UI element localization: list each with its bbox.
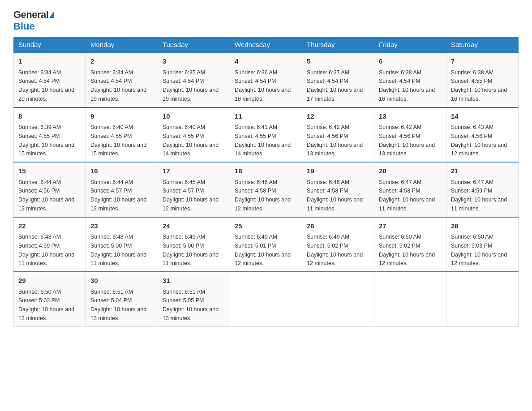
calendar-header-thursday: Thursday [302, 37, 374, 53]
day-info: Sunrise: 6:47 AMSunset: 4:59 PMDaylight:… [451, 179, 507, 212]
calendar-week-5: 29 Sunrise: 6:50 AMSunset: 5:03 PMDaylig… [14, 272, 519, 326]
day-number: 7 [451, 56, 514, 67]
calendar-cell: 28 Sunrise: 6:50 AMSunset: 5:03 PMDaylig… [446, 217, 519, 272]
day-info: Sunrise: 6:38 AMSunset: 4:55 PMDaylight:… [451, 69, 507, 102]
page-header: General Blue [13, 9, 519, 32]
calendar-cell: 26 Sunrise: 6:49 AMSunset: 5:02 PMDaylig… [302, 217, 374, 272]
day-number: 22 [18, 221, 81, 231]
calendar-cell: 14 Sunrise: 6:43 AMSunset: 4:56 PMDaylig… [446, 107, 519, 163]
day-info: Sunrise: 6:41 AMSunset: 4:55 PMDaylight:… [235, 124, 291, 157]
calendar-cell: 23 Sunrise: 6:48 AMSunset: 5:00 PMDaylig… [86, 217, 158, 272]
day-info: Sunrise: 6:43 AMSunset: 4:56 PMDaylight:… [451, 124, 507, 157]
calendar-cell: 12 Sunrise: 6:42 AMSunset: 4:56 PMDaylig… [302, 107, 374, 163]
calendar-cell: 27 Sunrise: 6:50 AMSunset: 5:02 PMDaylig… [374, 217, 446, 272]
day-number: 26 [307, 221, 369, 231]
day-info: Sunrise: 6:49 AMSunset: 5:02 PMDaylight:… [307, 234, 363, 266]
calendar-week-4: 22 Sunrise: 6:48 AMSunset: 4:59 PMDaylig… [14, 217, 519, 272]
day-number: 5 [307, 56, 369, 67]
day-number: 29 [18, 276, 81, 286]
day-info: Sunrise: 6:38 AMSunset: 4:54 PMDaylight:… [379, 69, 435, 102]
calendar-cell [230, 272, 302, 326]
day-number: 1 [18, 56, 81, 67]
calendar-header-row: SundayMondayTuesdayWednesdayThursdayFrid… [14, 37, 519, 53]
day-info: Sunrise: 6:50 AMSunset: 5:03 PMDaylight:… [451, 234, 507, 266]
day-number: 20 [379, 166, 442, 176]
day-info: Sunrise: 6:42 AMSunset: 4:56 PMDaylight:… [307, 124, 363, 157]
day-info: Sunrise: 6:42 AMSunset: 4:56 PMDaylight:… [379, 124, 435, 157]
calendar-cell: 25 Sunrise: 6:49 AMSunset: 5:01 PMDaylig… [230, 217, 302, 272]
day-info: Sunrise: 6:47 AMSunset: 4:58 PMDaylight:… [379, 179, 435, 212]
calendar-header-tuesday: Tuesday [158, 37, 230, 53]
day-number: 8 [18, 111, 81, 122]
day-number: 9 [90, 111, 153, 122]
day-info: Sunrise: 6:39 AMSunset: 4:55 PMDaylight:… [18, 124, 74, 157]
calendar-cell: 1 Sunrise: 6:34 AMSunset: 4:54 PMDayligh… [14, 52, 86, 107]
day-number: 11 [235, 111, 297, 122]
day-number: 18 [235, 166, 297, 176]
calendar-cell: 4 Sunrise: 6:36 AMSunset: 4:54 PMDayligh… [230, 52, 302, 107]
calendar-cell: 9 Sunrise: 6:40 AMSunset: 4:55 PMDayligh… [86, 107, 158, 163]
day-info: Sunrise: 6:49 AMSunset: 5:01 PMDaylight:… [235, 234, 291, 266]
day-number: 12 [307, 111, 369, 122]
day-number: 30 [90, 276, 153, 286]
day-info: Sunrise: 6:34 AMSunset: 4:54 PMDaylight:… [90, 69, 146, 102]
calendar-week-1: 1 Sunrise: 6:34 AMSunset: 4:54 PMDayligh… [14, 52, 519, 107]
logo-blue-text: Blue [13, 21, 35, 32]
day-info: Sunrise: 6:50 AMSunset: 5:02 PMDaylight:… [379, 234, 435, 266]
logo-general-text: General [13, 9, 48, 21]
logo: General Blue [13, 9, 54, 32]
calendar-cell: 21 Sunrise: 6:47 AMSunset: 4:59 PMDaylig… [446, 162, 519, 217]
day-info: Sunrise: 6:50 AMSunset: 5:03 PMDaylight:… [18, 289, 74, 321]
day-number: 19 [307, 166, 369, 176]
calendar-cell: 3 Sunrise: 6:35 AMSunset: 4:54 PMDayligh… [158, 52, 230, 107]
calendar-cell: 13 Sunrise: 6:42 AMSunset: 4:56 PMDaylig… [374, 107, 446, 163]
day-info: Sunrise: 6:44 AMSunset: 4:56 PMDaylight:… [18, 179, 74, 212]
logo-triangle-icon [49, 12, 54, 18]
day-info: Sunrise: 6:49 AMSunset: 5:00 PMDaylight:… [163, 234, 219, 266]
day-info: Sunrise: 6:44 AMSunset: 4:57 PMDaylight:… [90, 179, 146, 212]
calendar-cell: 5 Sunrise: 6:37 AMSunset: 4:54 PMDayligh… [302, 52, 374, 107]
day-info: Sunrise: 6:40 AMSunset: 4:55 PMDaylight:… [163, 124, 219, 157]
calendar-cell: 6 Sunrise: 6:38 AMSunset: 4:54 PMDayligh… [374, 52, 446, 107]
day-info: Sunrise: 6:48 AMSunset: 4:59 PMDaylight:… [18, 234, 74, 266]
calendar-header-sunday: Sunday [14, 37, 86, 53]
calendar-cell: 17 Sunrise: 6:45 AMSunset: 4:57 PMDaylig… [158, 162, 230, 217]
calendar-cell [374, 272, 446, 326]
day-info: Sunrise: 6:37 AMSunset: 4:54 PMDaylight:… [307, 69, 363, 102]
day-info: Sunrise: 6:45 AMSunset: 4:57 PMDaylight:… [163, 179, 219, 212]
calendar-cell [446, 272, 519, 326]
day-number: 2 [90, 56, 153, 67]
calendar-cell: 19 Sunrise: 6:46 AMSunset: 4:58 PMDaylig… [302, 162, 374, 217]
day-info: Sunrise: 6:36 AMSunset: 4:54 PMDaylight:… [235, 69, 291, 102]
calendar-cell: 31 Sunrise: 6:51 AMSunset: 5:05 PMDaylig… [158, 272, 230, 326]
day-number: 10 [163, 111, 225, 122]
calendar-cell: 18 Sunrise: 6:46 AMSunset: 4:58 PMDaylig… [230, 162, 302, 217]
calendar-body: 1 Sunrise: 6:34 AMSunset: 4:54 PMDayligh… [14, 52, 519, 326]
calendar-cell [302, 272, 374, 326]
calendar-cell: 30 Sunrise: 6:51 AMSunset: 5:04 PMDaylig… [86, 272, 158, 326]
day-number: 4 [235, 56, 297, 67]
day-number: 17 [163, 166, 225, 176]
day-info: Sunrise: 6:51 AMSunset: 5:04 PMDaylight:… [90, 289, 146, 321]
day-info: Sunrise: 6:40 AMSunset: 4:55 PMDaylight:… [90, 124, 146, 157]
day-number: 3 [163, 56, 225, 67]
calendar-header-monday: Monday [86, 37, 158, 53]
calendar-cell: 2 Sunrise: 6:34 AMSunset: 4:54 PMDayligh… [86, 52, 158, 107]
day-info: Sunrise: 6:35 AMSunset: 4:54 PMDaylight:… [163, 69, 219, 102]
calendar-table: SundayMondayTuesdayWednesdayThursdayFrid… [13, 37, 519, 327]
calendar-week-3: 15 Sunrise: 6:44 AMSunset: 4:56 PMDaylig… [14, 162, 519, 217]
calendar-cell: 8 Sunrise: 6:39 AMSunset: 4:55 PMDayligh… [14, 107, 86, 163]
calendar-cell: 7 Sunrise: 6:38 AMSunset: 4:55 PMDayligh… [446, 52, 519, 107]
calendar-week-2: 8 Sunrise: 6:39 AMSunset: 4:55 PMDayligh… [14, 107, 519, 163]
day-number: 25 [235, 221, 297, 231]
day-info: Sunrise: 6:34 AMSunset: 4:54 PMDaylight:… [18, 69, 74, 102]
day-info: Sunrise: 6:48 AMSunset: 5:00 PMDaylight:… [90, 234, 146, 266]
calendar-cell: 16 Sunrise: 6:44 AMSunset: 4:57 PMDaylig… [86, 162, 158, 217]
day-number: 31 [163, 276, 225, 286]
day-info: Sunrise: 6:46 AMSunset: 4:58 PMDaylight:… [307, 179, 363, 212]
day-number: 16 [90, 166, 153, 176]
calendar-cell: 22 Sunrise: 6:48 AMSunset: 4:59 PMDaylig… [14, 217, 86, 272]
calendar-cell: 11 Sunrise: 6:41 AMSunset: 4:55 PMDaylig… [230, 107, 302, 163]
day-number: 23 [90, 221, 153, 231]
calendar-cell: 29 Sunrise: 6:50 AMSunset: 5:03 PMDaylig… [14, 272, 86, 326]
